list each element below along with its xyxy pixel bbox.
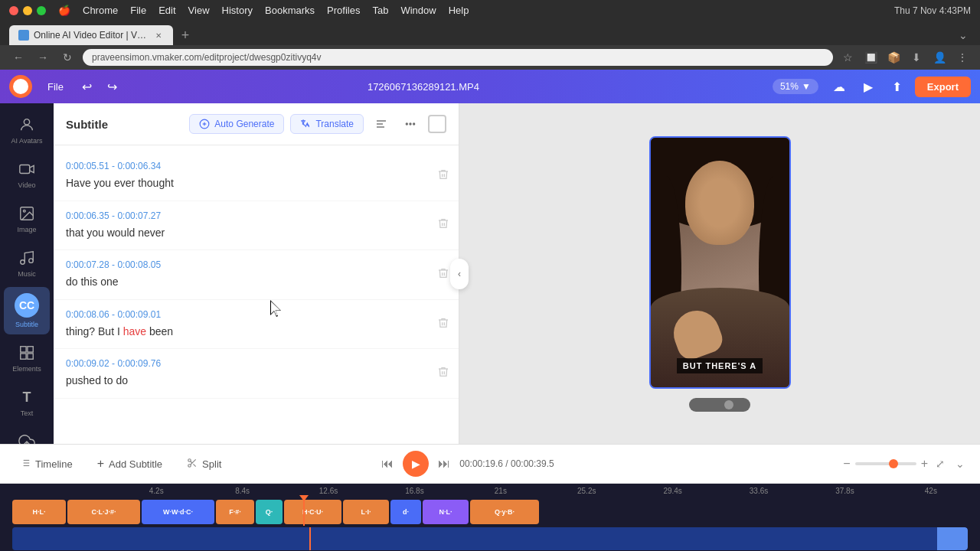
- subtitle-item: 0:00:09.02 - 0:00:09.76 pushed to do: [54, 349, 459, 399]
- face-shape: [685, 161, 754, 245]
- ruler-mark: 25.2s: [544, 487, 629, 495]
- file-menu-button[interactable]: File: [41, 78, 70, 96]
- close-traffic-light[interactable]: [9, 6, 18, 15]
- video-playhead: [309, 527, 311, 550]
- zoom-selector[interactable]: 51% ▼: [773, 79, 818, 94]
- text-icon: T: [18, 388, 36, 406]
- history-menu[interactable]: History: [222, 5, 253, 16]
- subtitle-segment[interactable]: H·L·: [12, 500, 66, 524]
- apple-menu[interactable]: 🍎: [58, 5, 70, 16]
- split-button[interactable]: Split: [179, 454, 229, 474]
- more-dots-icon: [404, 118, 416, 130]
- tab-close-button[interactable]: ✕: [153, 30, 164, 41]
- sidebar-item-upload[interactable]: Upload: [4, 426, 50, 444]
- subtitle-item: 0:00:08.06 - 0:00:09.01 thing? But I hav…: [54, 300, 459, 350]
- subtitle-item: 0:00:05.51 - 0:00:06.34 Have you ever th…: [54, 152, 459, 201]
- fast-forward-button[interactable]: ⏭: [435, 454, 453, 474]
- extension1-icon[interactable]: 🔲: [862, 49, 879, 66]
- help-menu[interactable]: Help: [449, 5, 469, 16]
- svg-point-29: [188, 458, 191, 461]
- window-menu[interactable]: Window: [400, 5, 436, 16]
- refresh-button[interactable]: ↻: [58, 48, 77, 67]
- cloud-save-button[interactable]: ☁: [828, 75, 851, 98]
- sidebar-item-subtitle[interactable]: CC Subtitle: [4, 287, 50, 334]
- subtitle-segment[interactable]: N·L·: [423, 500, 469, 524]
- panel-collapse-button[interactable]: ‹: [450, 259, 469, 289]
- chrome-menu[interactable]: Chrome: [83, 5, 118, 16]
- text-format-button[interactable]: [370, 112, 393, 135]
- bookmarks-menu[interactable]: Bookmarks: [265, 5, 315, 16]
- video-background: BUT THERE'S A: [651, 138, 789, 387]
- svg-point-0: [24, 119, 29, 125]
- subtitle-segment[interactable]: C·L·J·#·: [67, 500, 140, 524]
- extension2-icon[interactable]: 📦: [885, 49, 902, 66]
- subtitle-delete-button[interactable]: [437, 317, 449, 332]
- subtitle-panel: Subtitle Auto Generate Translate: [54, 103, 459, 444]
- address-bar[interactable]: praveensimon.vmaker.com/editproject/dwes…: [83, 49, 833, 66]
- fit-view-button[interactable]: ⤢: [933, 455, 948, 473]
- scrubber-thumb[interactable]: [724, 400, 733, 409]
- forward-button[interactable]: →: [34, 48, 52, 67]
- menu-icon[interactable]: ⋮: [954, 49, 971, 66]
- subtitle-delete-button[interactable]: [437, 168, 449, 184]
- zoom-in-button[interactable]: +: [921, 457, 928, 471]
- expand-timeline-button[interactable]: ⌄: [952, 455, 968, 473]
- zoom-out-button[interactable]: −: [843, 457, 850, 471]
- sidebar-item-text[interactable]: T Text: [4, 382, 50, 423]
- more-options-button[interactable]: [399, 112, 422, 135]
- subtitle-text[interactable]: do this one: [66, 275, 446, 290]
- subtitle-delete-button[interactable]: [437, 267, 449, 282]
- subtitle-delete-button[interactable]: [437, 217, 449, 233]
- subtitle-segment[interactable]: Q·: [256, 500, 283, 524]
- svg-rect-7: [21, 347, 26, 352]
- tab-menu[interactable]: Tab: [372, 5, 388, 16]
- translate-button[interactable]: Translate: [290, 114, 364, 134]
- profile-icon[interactable]: 👤: [931, 49, 948, 66]
- scissors-icon: [187, 458, 198, 471]
- rewind-button[interactable]: ⏮: [378, 454, 397, 474]
- subtitle-text[interactable]: Have you ever thought: [66, 176, 446, 191]
- subtitle-segment[interactable]: L·I·: [343, 500, 389, 524]
- subtitle-segment[interactable]: W·W·d·C·: [142, 500, 214, 524]
- sidebar-item-image[interactable]: Image: [4, 198, 50, 240]
- tab-list-button[interactable]: ⌄: [956, 26, 971, 44]
- subtitle-text[interactable]: thing? But I have been: [66, 324, 446, 340]
- file-menu[interactable]: File: [130, 5, 146, 16]
- video-track[interactable]: [12, 527, 968, 550]
- ruler-mark: 29.4s: [629, 487, 715, 495]
- subtitle-time: 0:00:06.35 - 0:00:07.27: [66, 210, 446, 221]
- app-header: File ↩ ↪ 1726067136289121.MP4 51% ▼ ☁ ▶ …: [0, 70, 980, 103]
- play-pause-button[interactable]: ▶: [403, 451, 429, 477]
- auto-generate-button[interactable]: Auto Generate: [189, 114, 284, 134]
- sidebar-item-elements[interactable]: Elements: [4, 337, 50, 379]
- subtitle-text[interactable]: pushed to do: [66, 373, 446, 389]
- timeline-button[interactable]: Timeline: [12, 454, 80, 474]
- subtitle-delete-button[interactable]: [437, 366, 449, 381]
- video-scrubber-bar[interactable]: [689, 398, 750, 412]
- browser-tab[interactable]: Online AI Video Editor | Vma... ✕: [9, 25, 173, 45]
- subtitle-text[interactable]: that you would never: [66, 226, 446, 241]
- add-subtitle-button[interactable]: + Add Subtitle: [90, 453, 170, 474]
- subtitle-segment[interactable]: F·#·: [216, 500, 254, 524]
- subtitle-segment[interactable]: Q·y·B·: [470, 500, 539, 524]
- edit-menu[interactable]: Edit: [158, 5, 175, 16]
- subtitle-segment[interactable]: d·: [390, 500, 421, 524]
- preview-button[interactable]: ▶: [857, 75, 880, 98]
- subtitle-icon: CC: [15, 293, 39, 318]
- download-icon[interactable]: ⬇: [908, 49, 925, 66]
- sidebar-item-music[interactable]: Music: [4, 243, 50, 284]
- new-tab-button[interactable]: +: [176, 26, 194, 44]
- zoom-slider[interactable]: [855, 462, 916, 465]
- export-button[interactable]: Export: [915, 77, 971, 97]
- sidebar-item-ai-avatars[interactable]: AI Avatars: [4, 109, 50, 151]
- bookmark-icon[interactable]: ☆: [839, 49, 856, 66]
- maximize-traffic-light[interactable]: [37, 6, 46, 15]
- back-button[interactable]: ←: [9, 48, 28, 67]
- share-button[interactable]: ⬆: [886, 75, 909, 98]
- view-menu[interactable]: View: [188, 5, 210, 16]
- minimize-traffic-light[interactable]: [23, 6, 32, 15]
- profiles-menu[interactable]: Profiles: [327, 5, 360, 16]
- color-swatch[interactable]: [428, 115, 446, 133]
- subtitle-segment[interactable]: H·C·U·: [284, 500, 341, 524]
- sidebar-item-video[interactable]: Video: [4, 154, 50, 195]
